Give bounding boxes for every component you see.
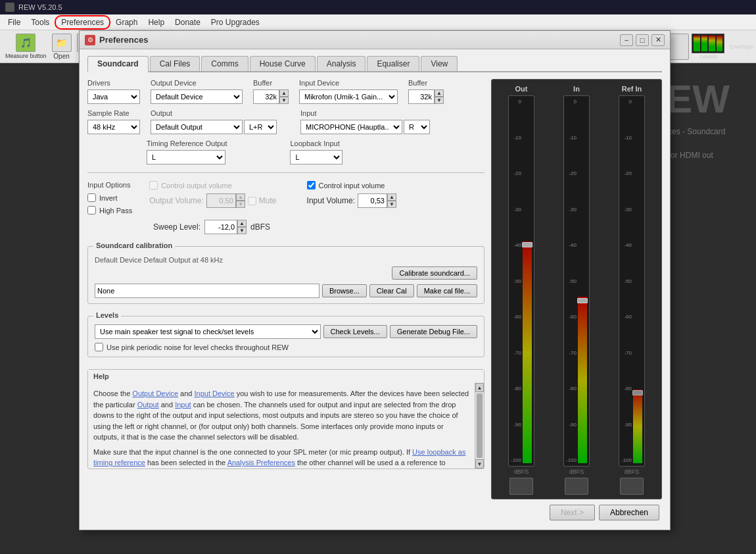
menu-pro-upgrades[interactable]: Pro Upgrades — [206, 16, 265, 28]
output-label: Output — [151, 109, 277, 117]
control-output-label: Control output volume — [161, 182, 232, 189]
output-buffer-down[interactable]: ▼ — [279, 97, 289, 104]
input-vol-down[interactable]: ▼ — [387, 201, 396, 208]
output-volume-input[interactable] — [206, 193, 236, 208]
output-vol-up[interactable]: ▲ — [236, 193, 245, 201]
input-select[interactable]: MICROPHONE (Hauptla... — [300, 120, 402, 134]
control-output-checkbox[interactable] — [149, 181, 158, 189]
mute-checkbox[interactable] — [248, 197, 256, 205]
cancel-button[interactable]: Abbrechen — [599, 505, 659, 520]
calibrate-button[interactable]: Calibrate soundcard... — [392, 266, 477, 280]
generate-debug-button[interactable]: Generate Debug File... — [390, 325, 477, 338]
vu-out-bar — [523, 241, 532, 463]
input-options-col: Input Options Invert High Pass — [87, 181, 132, 214]
sweep-level-up[interactable]: ▲ — [237, 220, 247, 227]
input-vol-up[interactable]: ▲ — [387, 193, 396, 201]
toolbar-measure[interactable]: 🎵 Measure button — [5, 34, 47, 59]
menu-tools[interactable]: Tools — [26, 16, 55, 28]
menu-graph[interactable]: Graph — [110, 16, 143, 28]
input-buffer-down[interactable]: ▼ — [435, 97, 444, 104]
input-volume-input[interactable] — [358, 193, 387, 208]
toolbar-levels-label: Levels — [699, 53, 717, 60]
help-link-output-device[interactable]: Output Device — [132, 390, 178, 397]
help-link-input2[interactable]: Input — [175, 401, 191, 409]
pink-noise-checkbox[interactable] — [95, 343, 103, 351]
sweep-level-down[interactable]: ▼ — [237, 227, 247, 234]
input-device-select[interactable]: Mikrofon (Umik-1 Gain... — [299, 89, 398, 104]
maximize-button[interactable]: □ — [636, 34, 649, 46]
input-buffer-input[interactable] — [408, 89, 435, 104]
vu-in-meter: 0 -10 -20 -30 -40 -50 -60 -70 -80 -90 -1 — [563, 95, 590, 466]
invert-row: Invert — [87, 193, 132, 202]
control-input-checkbox[interactable] — [307, 181, 316, 189]
output-device-control: Default Device — [151, 89, 243, 104]
toolbar-overlays-label: Overlays — [730, 43, 753, 50]
form-row-2: Sample Rate 48 kHz Output Default Output — [87, 109, 484, 134]
tab-view[interactable]: View — [421, 56, 458, 71]
tab-house-curve[interactable]: House Curve — [250, 56, 316, 71]
tab-equaliser[interactable]: Equaliser — [367, 56, 419, 71]
output-device-select[interactable]: Default Device — [151, 89, 243, 104]
vu-in-scale: 0 -10 -20 -30 -40 -50 -60 -70 -80 -90 -1 — [565, 96, 578, 466]
scrollbar-thumb[interactable] — [477, 393, 483, 458]
output-buffer-input[interactable] — [253, 89, 279, 104]
sweep-level-input[interactable] — [204, 220, 237, 234]
menu-file[interactable]: File — [3, 16, 26, 28]
vu-in-channel: In 0 -10 -20 -30 -40 -50 -60 -70 — [551, 85, 602, 495]
loopback-select[interactable]: L — [290, 150, 343, 164]
menu-help[interactable]: Help — [143, 16, 170, 28]
levels-dropdown[interactable]: Use main speaker test signal to check/se… — [95, 324, 321, 339]
help-text-4: and — [159, 401, 175, 409]
help-link-output2[interactable]: Output — [137, 401, 159, 409]
control-input-row: Control input volume — [307, 181, 396, 189]
sample-rate-select[interactable]: 48 kHz — [87, 120, 140, 134]
output-select[interactable]: Default Output — [151, 120, 243, 134]
form-row-options: Input Options Invert High Pass — [87, 181, 484, 214]
vu-out-fader[interactable] — [522, 242, 532, 247]
make-cal-button[interactable]: Make cal file... — [417, 284, 477, 297]
tab-cal-files[interactable]: Cal Files — [150, 56, 201, 71]
clear-cal-button[interactable]: Clear Cal — [369, 284, 414, 297]
scrollbar-down[interactable]: ▼ — [475, 459, 484, 468]
dialog-title-bar: ⚙ Preferences − □ ✕ — [80, 31, 670, 49]
minimize-button[interactable]: − — [620, 34, 633, 46]
cal-file-input[interactable] — [95, 284, 319, 298]
vu-refin-knob[interactable] — [620, 478, 644, 495]
tab-comms[interactable]: Comms — [201, 56, 248, 71]
help-content-wrapper: Choose the Output Device and Input Devic… — [88, 383, 484, 468]
output-vol-down[interactable]: ▼ — [236, 201, 245, 208]
pink-noise-row: Use pink periodic noise for level checks… — [95, 343, 477, 351]
help-link-input-device[interactable]: Input Device — [195, 390, 235, 397]
scrollbar-up[interactable]: ▲ — [475, 383, 484, 392]
vu-in-knob[interactable] — [565, 478, 588, 495]
help-text-7: has been selected in the — [145, 459, 227, 466]
vu-out-knob[interactable] — [509, 478, 533, 495]
vu-refin-fader[interactable] — [632, 390, 643, 395]
invert-checkbox[interactable] — [87, 193, 96, 202]
menu-donate[interactable]: Donate — [170, 16, 206, 28]
check-levels-button[interactable]: Check Levels... — [323, 325, 387, 338]
tab-soundcard[interactable]: Soundcard — [87, 56, 149, 72]
output-control: Default Output L+R — [151, 120, 277, 134]
input-vol-btns: ▲ ▼ — [387, 193, 396, 208]
close-button[interactable]: ✕ — [651, 34, 665, 46]
input-buffer-up[interactable]: ▲ — [435, 89, 444, 97]
vu-in-fader[interactable] — [577, 298, 588, 303]
timing-ref-select[interactable]: L — [147, 150, 225, 164]
help-link-analysis[interactable]: Analysis Preferences — [227, 459, 295, 466]
output-channel-select[interactable]: L+R — [244, 120, 277, 134]
menu-preferences[interactable]: Preferences — [55, 15, 110, 30]
input-channel-select[interactable]: R — [404, 120, 430, 134]
output-buffer-group: Buffer ▲ ▼ — [253, 79, 289, 104]
control-output-row: Control output volume — [149, 181, 276, 189]
sweep-level-label: Sweep Level: — [153, 222, 201, 232]
next-button[interactable]: Next > — [550, 505, 595, 520]
highpass-checkbox[interactable] — [87, 206, 96, 214]
vu-refin-bar — [633, 390, 642, 463]
levels-row: Use main speaker test signal to check/se… — [95, 324, 477, 339]
tab-analysis[interactable]: Analysis — [317, 56, 366, 71]
toolbar-open[interactable]: 📁 Open — [52, 34, 72, 60]
output-buffer-up[interactable]: ▲ — [279, 89, 289, 97]
browse-button[interactable]: Browse... — [322, 284, 367, 297]
drivers-select[interactable]: Java — [87, 89, 140, 104]
